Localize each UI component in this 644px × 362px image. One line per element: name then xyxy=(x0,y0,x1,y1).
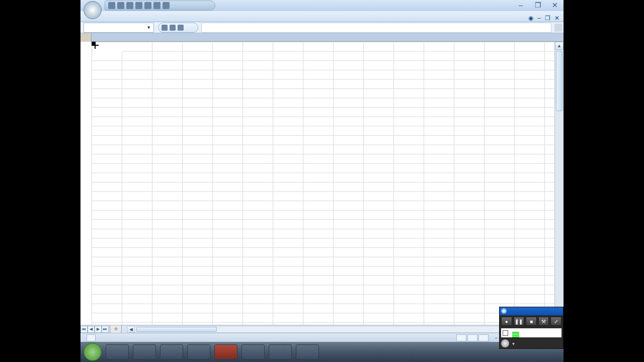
tab-nav-first[interactable]: ⏮ xyxy=(80,326,88,333)
taskbar-item[interactable] xyxy=(133,344,156,359)
quick-access-toolbar[interactable] xyxy=(105,1,215,11)
enter-icon[interactable] xyxy=(170,25,176,31)
help-icon[interactable]: ◉ xyxy=(528,15,533,22)
tab-home[interactable] xyxy=(105,18,119,22)
tab-page-layout[interactable] xyxy=(133,18,147,22)
tab-data[interactable] xyxy=(161,18,175,22)
qat-save-icon[interactable] xyxy=(108,2,115,9)
formula-bar-row: ▾ xyxy=(80,22,564,33)
cell-cursor-icon xyxy=(92,42,99,49)
tab-review[interactable] xyxy=(175,18,189,22)
qat-tool-icon[interactable] xyxy=(153,2,160,9)
vertical-scrollbar[interactable]: ▲ ▼ xyxy=(554,42,564,325)
formula-bar-expand[interactable] xyxy=(554,24,562,32)
tab-nav-next[interactable]: ▶ xyxy=(95,326,102,333)
taskbar-item[interactable] xyxy=(187,344,210,359)
windows-taskbar xyxy=(80,342,564,362)
qat-redo-icon[interactable] xyxy=(126,2,133,9)
taskbar-item[interactable] xyxy=(242,344,265,359)
record-audio-checkbox[interactable] xyxy=(503,330,508,336)
cancel-icon[interactable] xyxy=(162,25,168,31)
scroll-thumb[interactable] xyxy=(556,51,562,111)
macro-record-icon[interactable] xyxy=(87,334,96,341)
recorder-tool-button[interactable]: ⚒ xyxy=(538,317,549,326)
stop-button[interactable]: ■ xyxy=(526,317,537,326)
chevron-down-icon[interactable]: ▾ xyxy=(145,24,152,32)
fx-icon[interactable] xyxy=(178,25,184,31)
sheet-tab-row: ⏮ ◀ ▶ ⏭ ✧ ◀ ▶ xyxy=(80,325,564,333)
audio-meter xyxy=(512,328,519,337)
record-audio-row[interactable] xyxy=(501,328,561,337)
qat-tool-icon[interactable] xyxy=(163,2,170,9)
qat-tool-icon[interactable] xyxy=(144,2,151,9)
title-bar: – ❐ ✕ xyxy=(80,0,564,11)
formula-buttons[interactable] xyxy=(158,23,198,33)
new-sheet-button[interactable]: ✧ xyxy=(110,325,122,333)
taskbar-item[interactable] xyxy=(160,344,183,359)
minimize-button[interactable]: – xyxy=(515,1,526,9)
pause-button[interactable]: ❚❚ xyxy=(514,317,525,326)
cell-grid[interactable] xyxy=(92,42,554,325)
qat-tool-icon[interactable] xyxy=(135,2,142,9)
row-headers xyxy=(80,42,92,325)
tab-developer[interactable] xyxy=(203,18,217,22)
select-all-button[interactable] xyxy=(80,33,92,42)
close-button[interactable]: ✕ xyxy=(549,1,560,9)
doc-minimize-icon[interactable]: – xyxy=(537,15,541,22)
zoom-out-button[interactable]: − xyxy=(495,335,498,341)
doc-restore-icon[interactable]: ❐ xyxy=(545,15,550,22)
mic-icon[interactable] xyxy=(501,339,509,347)
tab-insert[interactable] xyxy=(119,18,133,22)
horizontal-scrollbar[interactable]: ◀ ▶ xyxy=(127,326,561,333)
excel-window: – ❐ ✕ ◉ – ❐ ✕ ▾ xyxy=(80,0,564,362)
ribbon-tabs: ◉ – ❐ ✕ xyxy=(80,11,564,22)
chevron-down-icon[interactable]: ▾ xyxy=(512,341,515,346)
tab-view[interactable] xyxy=(189,18,203,22)
taskbar-item[interactable] xyxy=(269,344,292,359)
recorder-tool-button[interactable]: ⤢ xyxy=(550,317,561,326)
view-page-break-button[interactable] xyxy=(478,334,489,341)
scroll-up-button[interactable]: ▲ xyxy=(555,42,564,50)
doc-close-icon[interactable]: ✕ xyxy=(554,15,559,22)
tab-nav-prev[interactable]: ◀ xyxy=(88,326,95,333)
record-button[interactable]: ● xyxy=(501,317,512,326)
scroll-left-button[interactable]: ◀ xyxy=(127,326,135,333)
office-button[interactable] xyxy=(84,1,102,19)
view-normal-button[interactable] xyxy=(456,334,466,341)
tab-formulas[interactable] xyxy=(147,18,161,22)
name-box[interactable]: ▾ xyxy=(84,23,154,33)
column-header-row xyxy=(80,33,564,42)
formula-input[interactable] xyxy=(201,23,551,33)
recorder-panel[interactable]: ● ❚❚ ■ ⚒ ⤢ ▾ xyxy=(499,307,564,349)
tab-nav-last[interactable]: ⏭ xyxy=(102,326,109,333)
recorder-title[interactable] xyxy=(500,307,563,315)
taskbar-item[interactable] xyxy=(106,344,129,359)
qat-undo-icon[interactable] xyxy=(117,2,124,9)
view-page-layout-button[interactable] xyxy=(467,334,477,341)
status-bar: − + xyxy=(80,333,564,342)
worksheet-area: ▲ ▼ xyxy=(80,42,564,325)
maximize-button[interactable]: ❐ xyxy=(532,1,543,9)
taskbar-item[interactable] xyxy=(214,344,237,359)
start-button[interactable] xyxy=(84,343,102,361)
hscroll-thumb[interactable] xyxy=(136,327,217,332)
taskbar-item[interactable] xyxy=(296,344,319,359)
